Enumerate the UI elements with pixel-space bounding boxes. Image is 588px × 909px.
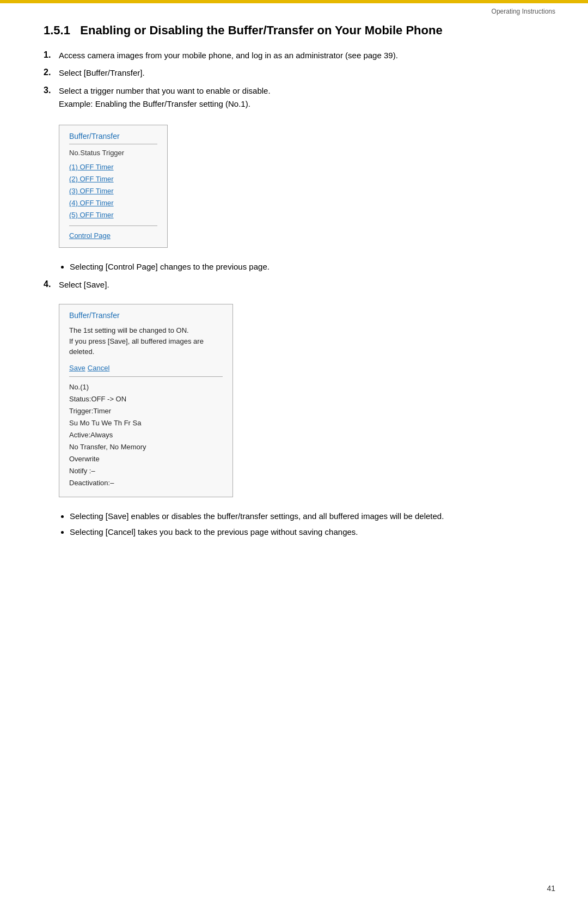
trigger-link-5[interactable]: (5) OFF Timer — [69, 209, 157, 221]
section-number: 1.5.1 — [44, 23, 70, 37]
control-page-link[interactable]: Control Page — [69, 231, 111, 240]
screenshot-1-links: (1) OFF Timer (2) OFF Timer (3) OFF Time… — [69, 161, 157, 221]
screenshot-1-header: No.Status Trigger — [69, 149, 157, 157]
screenshot-2: Buffer/Transfer The 1st setting will be … — [59, 304, 233, 497]
screenshot-1-title: Buffer/Transfer — [69, 132, 157, 144]
bullet-1: Selecting [Control Page] changes to the … — [70, 261, 544, 273]
step-1-num: 1. — [44, 50, 59, 60]
step-3-text: Select a trigger number that you want to… — [59, 85, 271, 97]
steps-list: 1. Access camera images from your mobile… — [44, 50, 544, 112]
section-title: 1.5.1 Enabling or Disabling the Buffer/T… — [44, 23, 544, 39]
trigger-link-2[interactable]: (2) OFF Timer — [69, 173, 157, 185]
step-4-num: 4. — [44, 279, 59, 289]
bullet-2-1: Selecting [Save] enables or disables the… — [70, 510, 544, 523]
screenshot-1-divider — [69, 225, 157, 226]
step-2: 2. Select [Buffer/Transfer]. — [44, 67, 544, 80]
step-1-text: Access camera images from your mobile ph… — [59, 51, 398, 60]
bullet-list-1: Selecting [Control Page] changes to the … — [70, 261, 544, 273]
trigger-link-3[interactable]: (3) OFF Timer — [69, 185, 157, 197]
screenshot-2-info: No.(1)Status:OFF -> ONTrigger:TimerSu Mo… — [69, 381, 223, 490]
step-2-num: 2. — [44, 67, 59, 77]
screenshot-2-save-links: Save Cancel — [69, 363, 223, 372]
trigger-link-1[interactable]: (1) OFF Timer — [69, 161, 157, 173]
main-content: 1.5.1 Enabling or Disabling the Buffer/T… — [0, 17, 588, 576]
step-3-num: 3. — [44, 85, 59, 95]
trigger-link-4[interactable]: (4) OFF Timer — [69, 197, 157, 209]
screenshot-2-divider — [69, 376, 223, 377]
save-link[interactable]: Save — [69, 364, 85, 372]
step-2-text: Select [Buffer/Transfer]. — [59, 68, 145, 77]
step-4-text: Select [Save]. — [59, 280, 109, 289]
header-label: Operating Instructions — [492, 8, 555, 15]
step-1: 1. Access camera images from your mobile… — [44, 50, 544, 62]
screenshot-2-title: Buffer/Transfer — [69, 311, 223, 320]
page-number: 41 — [547, 884, 555, 893]
step-3: 3. Select a trigger number that you want… — [44, 85, 544, 112]
bullet-2-2: Selecting [Cancel] takes you back to the… — [70, 526, 544, 539]
step-3-subtext: Example: Enabling the Buffer/Transfer se… — [59, 98, 271, 111]
step-4: 4. Select [Save]. — [44, 279, 544, 291]
screenshot-2-body: The 1st setting will be changed to ON.If… — [69, 325, 223, 357]
section-heading: Enabling or Disabling the Buffer/Transfe… — [80, 23, 442, 37]
header-line: Operating Instructions — [0, 3, 588, 17]
cancel-link[interactable]: Cancel — [88, 364, 109, 372]
bullet-list-2: Selecting [Save] enables or disables the… — [70, 510, 544, 538]
screenshot-1: Buffer/Transfer No.Status Trigger (1) OF… — [59, 125, 168, 248]
